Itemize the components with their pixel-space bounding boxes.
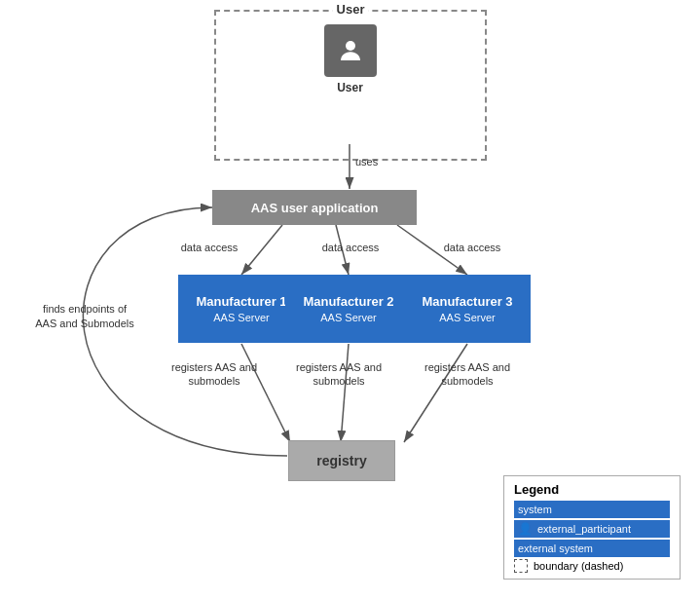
user-label: User (337, 81, 363, 94)
finds-label: finds endpoints ofAAS and Submodels (21, 302, 148, 332)
data-access-label-2: data access (312, 242, 389, 253)
registers-label-2: registers AAS andsubmodels (290, 360, 387, 389)
legend-system-row: system (514, 501, 670, 518)
legend-boundary-label: boundary (dashed) (534, 560, 623, 572)
manufacturer-3-sub: AAS Server (439, 312, 495, 323)
person-icon (336, 36, 365, 65)
manufacturer-1-title: Manufacturer 1 (196, 294, 286, 309)
manufacturer-1-sub: AAS Server (213, 312, 269, 323)
registers-label-1: registers AAS andsubmodels (166, 360, 263, 389)
legend-external-participant-row: 👤 external_participant (514, 520, 670, 538)
svg-line-7 (404, 344, 467, 442)
user-boundary-label: User (333, 2, 369, 17)
dashed-box-mini-icon (514, 559, 528, 573)
user-icon-container: User (324, 24, 377, 94)
user-icon (324, 24, 377, 77)
svg-line-6 (341, 344, 349, 442)
manufacturer-2-box: Manufacturer 2 AAS Server (285, 275, 412, 343)
registry-box: registry (288, 440, 395, 481)
legend-box: Legend system 👤 external_participant ext… (503, 475, 681, 580)
data-access-label-1: data access (170, 242, 248, 253)
registry-label: registry (316, 453, 366, 468)
aas-app-box: AAS user application (212, 190, 417, 225)
svg-point-8 (346, 41, 355, 51)
diagram-container: User User uses AAS user application data… (0, 0, 700, 599)
person-mini-icon: 👤 (518, 522, 533, 536)
legend-external-system-label: external system (518, 543, 593, 554)
registers-label-3: registers AAS andsubmodels (419, 360, 516, 389)
legend-title: Legend (514, 482, 670, 497)
legend-boundary-row: boundary (dashed) (514, 559, 670, 573)
aas-app-label: AAS user application (251, 201, 379, 215)
legend-external-participant-label: external_participant (537, 523, 631, 535)
data-access-label-3: data access (433, 242, 511, 253)
uses-label: uses (355, 156, 378, 168)
legend-external-system-row: external system (514, 540, 670, 557)
manufacturer-3-box: Manufacturer 3 AAS Server (404, 275, 531, 343)
manufacturer-2-title: Manufacturer 2 (303, 294, 393, 309)
manufacturer-3-title: Manufacturer 3 (422, 294, 512, 309)
legend-system-label: system (518, 504, 552, 515)
manufacturer-2-sub: AAS Server (320, 312, 376, 323)
svg-line-5 (241, 344, 290, 442)
